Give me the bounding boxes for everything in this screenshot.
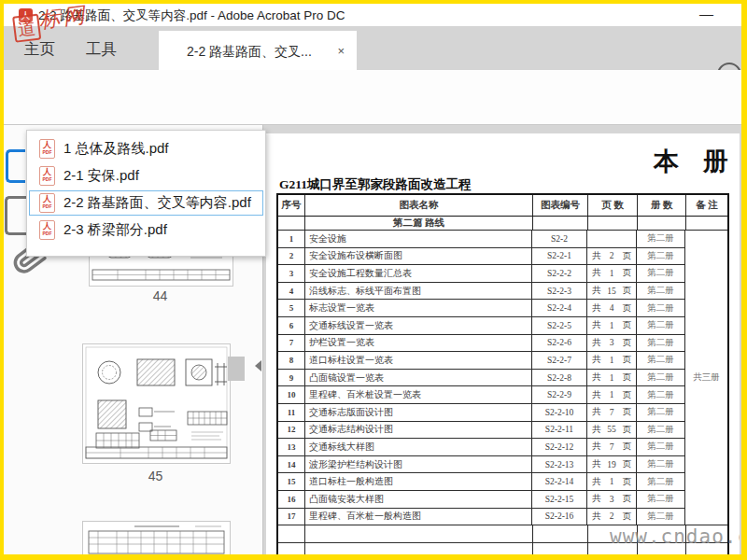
col-header-code: 图表编号 <box>532 195 587 216</box>
table-cell-no: 9 <box>278 370 304 386</box>
project-title: G211城口界至郭家段路面改造工程 <box>279 176 472 193</box>
table-row: 16 凸面镜安装大样图 S2-2-15 共3页 第二册 <box>278 491 684 509</box>
table-cell-code: S2-2-8 <box>531 370 586 386</box>
toolbar: / 119 50% <box>4 70 741 125</box>
attachment-item[interactable]: 人PDF 2-2 路基路面、交叉等内容.pdf <box>29 190 263 216</box>
table-cell-code: S2-2-11 <box>531 422 586 439</box>
sidebar-scrollbar-thumb[interactable] <box>228 357 245 381</box>
table-cell-code: S2-2-10 <box>531 404 586 421</box>
table-cell-code: S2-2-1 <box>531 248 586 265</box>
table-cell-name: 沿线标志、标线平面布置图 <box>304 283 531 300</box>
table-row: 13 交通标线大样图 S2-2-12 共7页 第二册 <box>278 439 684 456</box>
page-watermark: www.cndao.com <box>610 525 740 548</box>
table-cell-no: 15 <box>278 473 304 490</box>
table-cell-volume: 第二册 <box>636 317 684 334</box>
pdf-page: 本册 G211城口界至郭家段路面改造工程 www.cndao.com 序号 图表… <box>266 133 740 554</box>
stamp-script-chars: 标网 <box>37 4 89 32</box>
table-cell-name: 里程碑、百米桩设置一览表 <box>304 386 531 403</box>
table-row: 7 护栏设置一览表 S2-2-6 共3页 第二册 <box>278 335 684 353</box>
table-cell-pages: 共3页 <box>586 491 636 508</box>
table-cell-pages: 共15页 <box>586 283 636 300</box>
collapse-sidebar-icon[interactable] <box>255 360 261 371</box>
attachments-panel: 人PDF 1 总体及路线.pdf 人PDF 2-1 安保.pdf 人PDF 2-… <box>26 130 266 257</box>
table-cell-code: S2-2-4 <box>531 300 586 316</box>
table-cell-name: 交通标志结构设计图 <box>304 422 531 439</box>
table-cell-no: 4 <box>278 283 304 300</box>
table-cell-code: S2-2-13 <box>531 456 586 473</box>
table-row: 12 交通标志结构设计图 S2-2-11 共55页 第二册 <box>278 422 684 440</box>
title-bar: 人 2-2 路基路面、交叉等内容.pdf - Adobe Acrobat Pro… <box>4 4 741 26</box>
table-row: 14 波形梁护栏结构设计图 S2-2-13 共19页 第二册 <box>278 456 684 474</box>
page-thumbnails-icon[interactable] <box>6 149 25 183</box>
table-row: 8 道口标柱设置一览表 S2-2-7 共1页 第二册 <box>278 352 684 370</box>
table-cell-code: S2-2-5 <box>531 317 586 334</box>
table-row: 5 标志设置一览表 S2-2-4 共4页 第二册 <box>278 300 684 317</box>
page-thumbnail[interactable] <box>82 343 231 464</box>
table-row: 10 里程碑、百米桩设置一览表 S2-2-9 共1页 第二册 <box>278 386 684 404</box>
table-cell-code: S2-2-2 <box>531 265 586 282</box>
table-cell-no: 1 <box>278 231 304 247</box>
volume-header: 本册 <box>654 145 740 178</box>
table-cell-no: 14 <box>278 456 304 473</box>
table-cell-code: S2-2-12 <box>531 439 586 455</box>
table-cell-name: 交通标志版面设计图 <box>304 404 531 421</box>
tab-document[interactable]: 2-2 路基路面、交叉... × <box>159 31 357 70</box>
table-row: 2 安全设施布设横断面图 S2-2-1 共2页 第二册 <box>278 248 684 266</box>
col-header-volume: 册 数 <box>637 195 685 216</box>
document-viewer: 本册 G211城口界至郭家段路面改造工程 www.cndao.com 序号 图表… <box>263 125 741 554</box>
page-thumbnail[interactable] <box>82 521 231 554</box>
table-cell-volume: 第二册 <box>636 352 684 369</box>
tab-close-icon[interactable]: × <box>337 31 345 70</box>
table-row: 11 交通标志版面设计图 S2-2-10 共7页 第二册 <box>278 404 684 422</box>
pdf-file-icon: 人PDF <box>39 193 55 213</box>
table-cell-pages: 共1页 <box>586 473 636 490</box>
thumbnail-page-number: 44 <box>87 288 233 303</box>
table-cell-name: 护栏设置一览表 <box>304 335 531 352</box>
pdf-file-icon: 人PDF <box>39 166 55 186</box>
table-cell-no: 3 <box>278 265 304 282</box>
table-cell-name: 道口标柱一般构造图 <box>304 473 531 490</box>
table-cell-no: 2 <box>278 248 304 265</box>
table-cell-code: S2-2-9 <box>531 386 586 403</box>
table-row: 9 凸面镜设置一览表 S2-2-8 共1页 第二册 <box>278 370 684 387</box>
table-cell-volume: 第二册 <box>636 456 684 473</box>
table-body: 1 安全设施 S2-2 第二册 2 安全设施布设横断面图 S2-2-1 共2页 … <box>278 231 727 525</box>
table-cell-no: 17 <box>278 509 304 525</box>
table-cell-no: 7 <box>278 335 304 352</box>
table-cell-pages: 共7页 <box>586 404 636 421</box>
merged-remark-cell: 共三册 <box>684 231 727 525</box>
table-cell-pages: 共1页 <box>586 317 636 334</box>
table-cell-no: 13 <box>278 439 304 455</box>
table-cell-pages: 共7页 <box>586 439 636 455</box>
table-cell-volume: 第二册 <box>636 283 684 300</box>
col-header-name: 图表名称 <box>304 195 532 216</box>
attachment-item[interactable]: 人PDF 1 总体及路线.pdf <box>29 136 263 161</box>
col-header-pages: 页 数 <box>587 195 637 216</box>
table-cell-name: 波形梁护栏结构设计图 <box>304 456 531 473</box>
table-cell-pages: 共1页 <box>586 370 636 386</box>
tab-document-label: 2-2 路基路面、交叉... <box>187 31 312 70</box>
table-cell-code: S2-2-15 <box>531 491 586 508</box>
attachment-item[interactable]: 人PDF 2-3 桥梁部分.pdf <box>29 217 263 243</box>
table-cell-pages: 共1页 <box>586 386 636 403</box>
application-window: 人 2-2 路基路面、交叉等内容.pdf - Adobe Acrobat Pro… <box>0 0 747 560</box>
attachment-label: 2-3 桥梁部分.pdf <box>63 221 167 239</box>
table-cell-code: S2-2 <box>531 231 586 247</box>
table-row: 1 安全设施 S2-2 第二册 <box>278 231 684 248</box>
table-cell-pages <box>586 231 636 247</box>
table-cell-code: S2-2-3 <box>531 283 586 300</box>
table-cell-volume: 第二册 <box>636 300 684 316</box>
table-cell-name: 里程碑、百米桩一般构造图 <box>304 509 531 525</box>
section-title: 第二篇 路线 <box>304 217 532 230</box>
col-header-remark: 备 注 <box>685 195 727 216</box>
table-cell-pages: 共55页 <box>586 422 636 439</box>
minimize-button[interactable]: — <box>699 4 713 24</box>
table-cell-name: 交通标线设置一览表 <box>304 317 531 334</box>
attachment-item[interactable]: 人PDF 2-1 安保.pdf <box>29 163 263 189</box>
table-cell-pages: 共2页 <box>586 509 636 525</box>
pdf-file-icon: 人PDF <box>39 139 55 159</box>
bookmarks-icon[interactable] <box>5 196 26 235</box>
attachment-label: 2-2 路基路面、交叉等内容.pdf <box>63 194 251 212</box>
tab-tools[interactable]: 工具 <box>86 26 117 70</box>
table-cell-no: 8 <box>278 352 304 369</box>
